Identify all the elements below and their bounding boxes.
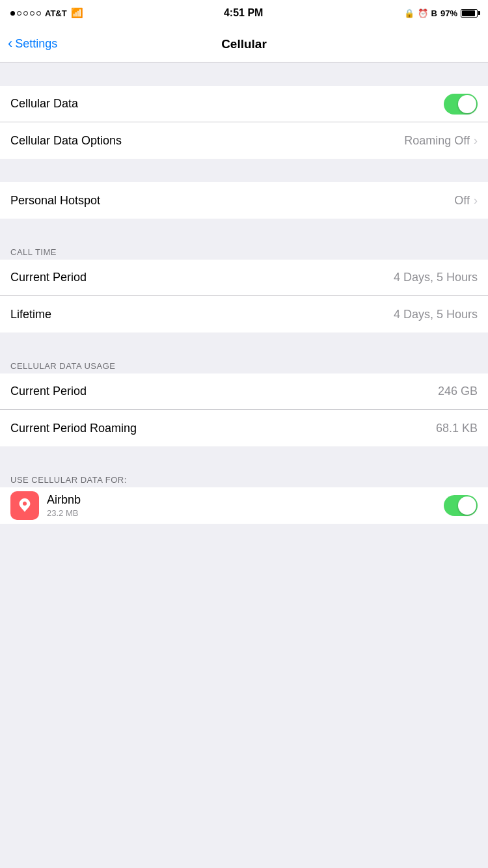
back-label: Settings [15,37,57,51]
personal-hotspot-label: Personal Hotspot [10,194,100,208]
data-usage-group: Current Period 246 GB Current Period Roa… [0,373,488,446]
airbnb-icon [10,491,39,520]
app-data-header: USE CELLULAR DATA FOR: [0,470,488,487]
back-chevron-icon: ‹ [8,36,12,51]
call-lifetime-row: Lifetime 4 Days, 5 Hours [0,296,488,332]
call-lifetime-label: Lifetime [10,308,51,321]
lock-icon: 🔒 [404,8,414,18]
status-time: 4:51 PM [224,7,263,19]
personal-hotspot-value: Off [454,194,470,208]
page-title: Cellular [221,37,267,51]
signal-dot-4 [30,11,34,16]
personal-hotspot-value-container: Off › [454,194,478,208]
airbnb-item-left: Airbnb 23.2 MB [10,491,81,520]
battery-percent: 97% [441,8,457,18]
signal-icon [10,11,41,16]
cellular-data-section: Cellular Data Cellular Data Options Roam… [0,86,488,159]
signal-dot-5 [36,11,41,16]
call-time-section: CALL TIME Current Period 4 Days, 5 Hours… [0,242,488,332]
section-gap-4 [0,332,488,356]
section-gap-3 [0,219,488,242]
cellular-data-options-row[interactable]: Cellular Data Options Roaming Off › [0,122,488,159]
airbnb-toggle-knob [458,496,476,515]
airbnb-size: 23.2 MB [47,508,81,518]
carrier-label: AT&T [45,8,67,18]
battery-icon [461,9,478,18]
call-current-period-value: 4 Days, 5 Hours [394,271,478,284]
signal-dot-3 [23,11,28,16]
airbnb-info: Airbnb 23.2 MB [47,493,81,518]
cellular-data-row: Cellular Data [0,86,488,122]
data-roaming-row: Current Period Roaming 68.1 KB [0,410,488,446]
cellular-data-label: Cellular Data [10,97,78,111]
cellular-data-options-label: Cellular Data Options [10,134,122,148]
section-gap-1 [0,62,488,86]
navigation-bar: ‹ Settings Cellular [0,26,488,62]
call-current-period-row: Current Period 4 Days, 5 Hours [0,260,488,296]
status-bar: AT&T 📶 4:51 PM 🔒 ⏰ B 97% [0,0,488,26]
bluetooth-icon: B [431,8,437,18]
signal-dot-2 [17,11,21,16]
airbnb-row: Airbnb 23.2 MB [0,487,488,524]
personal-hotspot-section: Personal Hotspot Off › [0,182,488,219]
wifi-icon: 📶 [71,7,83,19]
airbnb-name: Airbnb [47,493,81,507]
app-data-group: Airbnb 23.2 MB [0,487,488,524]
cellular-data-options-value-container: Roaming Off › [404,134,478,148]
app-data-section: USE CELLULAR DATA FOR: Airbnb 23.2 MB [0,470,488,524]
cellular-data-toggle[interactable] [444,94,478,115]
status-left: AT&T 📶 [10,7,83,19]
data-roaming-label: Current Period Roaming [10,422,137,435]
signal-dot-1 [10,11,15,16]
data-current-period-label: Current Period [10,385,87,398]
back-button[interactable]: ‹ Settings [8,37,57,51]
call-lifetime-value: 4 Days, 5 Hours [394,308,478,321]
airbnb-logo-svg [16,496,34,515]
cellular-data-options-value: Roaming Off [404,134,470,148]
chevron-right-icon: › [474,134,478,148]
status-right: 🔒 ⏰ B 97% [404,8,478,18]
data-current-period-value: 246 GB [438,385,478,398]
data-usage-section: CELLULAR DATA USAGE Current Period 246 G… [0,356,488,446]
section-gap-5 [0,446,488,470]
section-gap-2 [0,159,488,182]
call-time-header: CALL TIME [0,242,488,260]
alarm-icon: ⏰ [418,8,428,18]
personal-hotspot-row[interactable]: Personal Hotspot Off › [0,182,488,219]
data-roaming-value: 68.1 KB [436,422,478,435]
airbnb-toggle[interactable] [444,495,478,516]
data-usage-header: CELLULAR DATA USAGE [0,356,488,373]
data-current-period-row: Current Period 246 GB [0,373,488,410]
chevron-right-icon-2: › [474,194,478,208]
call-current-period-label: Current Period [10,271,87,284]
call-time-group: Current Period 4 Days, 5 Hours Lifetime … [0,260,488,332]
toggle-knob [458,95,476,113]
